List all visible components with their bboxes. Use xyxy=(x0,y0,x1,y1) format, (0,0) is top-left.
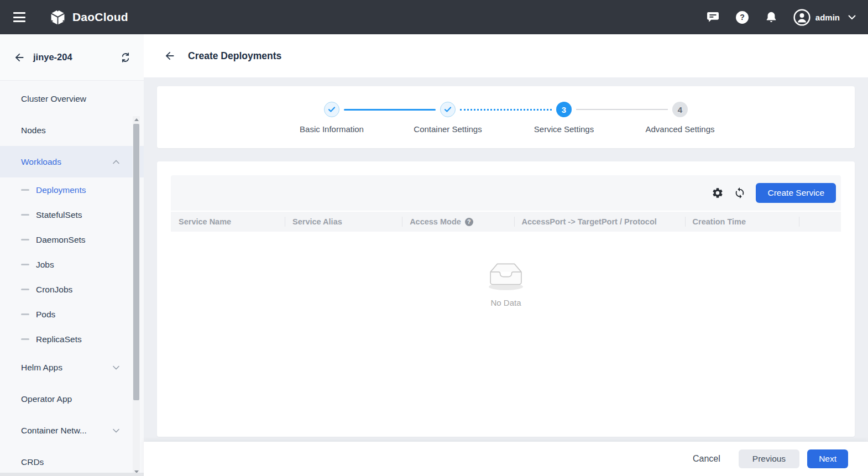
empty-tray-icon xyxy=(483,257,529,295)
sidebar-item-operator-app[interactable]: Operator App xyxy=(0,383,144,415)
step-1-indicator xyxy=(324,102,339,117)
sidebar-item-label: Nodes xyxy=(21,125,46,135)
hamburger-menu-icon[interactable] xyxy=(13,12,27,22)
sidebar-item-deployments[interactable]: Deployments xyxy=(0,177,144,202)
brand[interactable]: DaoCloud xyxy=(49,8,128,27)
table-toolbar: Create Service xyxy=(171,175,841,211)
dash-icon xyxy=(21,214,29,216)
chevron-down-icon xyxy=(113,365,119,370)
cancel-button[interactable]: Cancel xyxy=(693,454,720,464)
content: 34 Basic InformationContainer SettingsSe… xyxy=(144,77,868,442)
dash-icon xyxy=(21,289,29,290)
step-label-service-settings: Service Settings xyxy=(506,124,622,134)
dash-icon xyxy=(21,189,29,191)
sidebar-item-replicasets[interactable]: ReplicaSets xyxy=(0,327,144,352)
sidebar-item-label: Pods xyxy=(36,310,55,320)
stepper: 34 Basic InformationContainer SettingsSe… xyxy=(274,102,738,134)
empty-text: No Data xyxy=(490,298,521,307)
step-label-basic-information: Basic Information xyxy=(274,124,390,134)
sidebar-menu: Cluster OverviewNodesWorkloadsDeployment… xyxy=(0,81,144,476)
step-connector xyxy=(576,109,668,110)
sidebar-item-daemonsets[interactable]: DaemonSets xyxy=(0,227,144,252)
sidebar-item-nodes[interactable]: Nodes xyxy=(0,114,144,146)
sidebar-item-label: Cluster Overview xyxy=(21,94,86,104)
app-window: DaoCloud ? admin xyxy=(0,0,868,476)
stepper-labels: Basic InformationContainer SettingsServi… xyxy=(274,124,738,134)
sidebar-item-label: Workloads xyxy=(21,157,61,167)
sync-cluster-icon[interactable] xyxy=(119,51,132,64)
notification-bell-icon[interactable] xyxy=(765,11,777,24)
sidebar-item-statefulsets[interactable]: StatefulSets xyxy=(0,202,144,227)
step-label-advanced-settings: Advanced Settings xyxy=(622,124,738,134)
table-panel: Create Service Service NameService Alias… xyxy=(171,175,841,232)
main-area: Create Deployments 34 Basic InformationC… xyxy=(144,34,868,476)
step-2-indicator xyxy=(440,102,456,117)
sidebar-item-label: Helm Apps xyxy=(21,363,62,373)
next-button[interactable]: Next xyxy=(807,449,848,468)
stepper-circles: 34 xyxy=(324,102,738,117)
chat-icon[interactable] xyxy=(707,12,719,23)
column-header-accessport-targetport-protocol: AccessPort -> TargetPort / Protocol xyxy=(514,212,685,232)
chevron-down-icon xyxy=(113,428,119,433)
sidebar-item-label: ReplicaSets xyxy=(36,334,82,344)
create-service-button[interactable]: Create Service xyxy=(756,183,836,203)
sidebar: jinye-204 Cluster OverviewNodesWorkloads… xyxy=(0,34,144,476)
step-label-container-settings: Container Settings xyxy=(390,124,506,134)
cluster-name: jinye-204 xyxy=(33,52,72,62)
service-table-card: Create Service Service NameService Alias… xyxy=(157,161,855,437)
chevron-up-icon xyxy=(113,160,119,164)
topbar: DaoCloud ? admin xyxy=(0,0,868,34)
sidebar-item-container-netw[interactable]: Container Netw... xyxy=(0,415,144,446)
access-mode-help-icon[interactable]: ? xyxy=(465,218,473,226)
sidebar-scrollbar xyxy=(133,116,140,475)
user-avatar-icon xyxy=(793,9,811,26)
stepper-card: 34 Basic InformationContainer SettingsSe… xyxy=(157,86,855,148)
chevron-down-icon xyxy=(848,15,856,20)
column-header-empty xyxy=(799,212,841,232)
step-3-indicator: 3 xyxy=(556,102,572,117)
sidebar-item-crds[interactable]: CRDs xyxy=(0,446,144,476)
sidebar-item-label: Container Netw... xyxy=(21,426,87,436)
step-4-indicator: 4 xyxy=(672,102,688,117)
column-header-label: Service Name xyxy=(179,217,231,226)
settings-gear-icon[interactable] xyxy=(712,187,724,199)
sidebar-item-helm-apps[interactable]: Helm Apps xyxy=(0,352,144,383)
sidebar-item-pods[interactable]: Pods xyxy=(0,302,144,327)
previous-button[interactable]: Previous xyxy=(739,449,799,468)
column-header-label: Creation Time xyxy=(693,217,746,226)
sidebar-item-workloads[interactable]: Workloads xyxy=(0,146,144,177)
sidebar-item-cronjobs[interactable]: CronJobs xyxy=(0,277,144,302)
page-back-arrow-icon[interactable] xyxy=(164,50,176,62)
sidebar-item-label: CRDs xyxy=(21,457,44,467)
dash-icon xyxy=(21,264,29,265)
page-title: Create Deployments xyxy=(188,50,281,62)
column-header-service-name: Service Name xyxy=(171,212,285,232)
back-arrow-icon[interactable] xyxy=(13,51,25,64)
wizard-footer: Cancel Previous Next xyxy=(144,442,868,476)
scrollbar-thumb[interactable] xyxy=(133,124,139,400)
column-header-label: Access Mode xyxy=(410,217,461,226)
sidebar-header: jinye-204 xyxy=(0,34,144,81)
dash-icon xyxy=(21,239,29,240)
sidebar-item-label: StatefulSets xyxy=(36,210,82,220)
svg-text:?: ? xyxy=(740,13,745,22)
column-header-label: Service Alias xyxy=(292,217,342,226)
refresh-icon[interactable] xyxy=(734,187,746,199)
sidebar-item-label: Deployments xyxy=(36,185,86,195)
sidebar-item-cluster-overview[interactable]: Cluster Overview xyxy=(0,83,144,114)
sidebar-item-label: Jobs xyxy=(36,260,54,270)
table-header-row: Service NameService AliasAccess Mode?Acc… xyxy=(171,211,841,232)
column-header-label: AccessPort -> TargetPort / Protocol xyxy=(522,217,657,226)
sidebar-item-label: CronJobs xyxy=(36,285,72,295)
scroll-up-arrow[interactable] xyxy=(133,116,140,123)
sidebar-item-jobs[interactable]: Jobs xyxy=(0,252,144,277)
help-icon[interactable]: ? xyxy=(735,11,749,24)
table-empty-state: No Data xyxy=(157,232,855,437)
column-header-access-mode: Access Mode? xyxy=(402,212,514,232)
brand-name: DaoCloud xyxy=(72,11,128,24)
step-connector xyxy=(344,109,436,111)
user-menu[interactable]: admin xyxy=(793,9,856,26)
daocloud-logo-icon xyxy=(49,8,67,27)
sidebar-item-label: DaemonSets xyxy=(36,235,86,245)
user-name: admin xyxy=(815,13,840,22)
